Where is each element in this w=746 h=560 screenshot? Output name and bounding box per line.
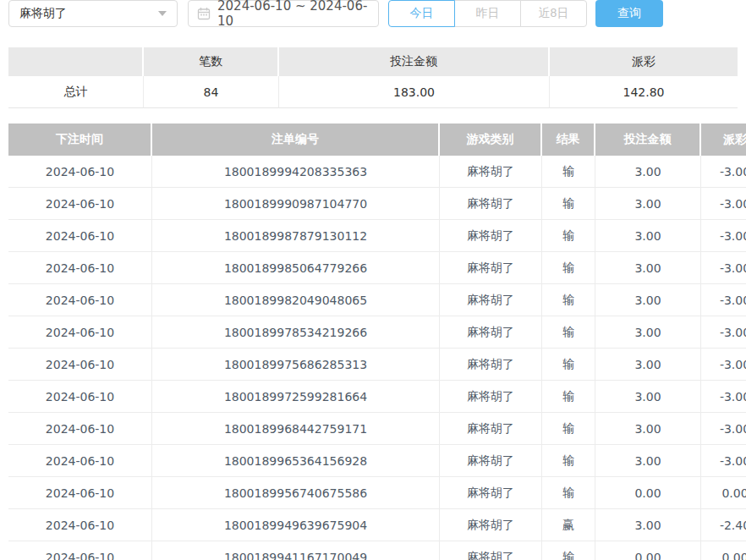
- quick-range-group: 今日 昨日 近8日: [388, 0, 587, 27]
- summary-header-bet-amount: 投注金额: [279, 47, 550, 76]
- table-row: 2024-06-10 1800189994208335363 麻将胡了 输 3.…: [8, 156, 746, 188]
- cell-game-type: 麻将胡了: [440, 349, 542, 381]
- cell-bet-time: 2024-06-10: [8, 413, 152, 445]
- cell-result: 输: [542, 381, 595, 413]
- game-select-value: 麻将胡了: [19, 6, 67, 21]
- tab-yesterday[interactable]: 昨日: [454, 0, 521, 27]
- date-range-value: 2024-06-10 ~ 2024-06-10: [217, 0, 370, 29]
- cell-payout: -2.40: [701, 509, 746, 541]
- table-row: 2024-06-10 1800189987879130112 麻将胡了 输 3.…: [8, 220, 746, 252]
- cell-bet-id: 1800189956740675586: [152, 477, 440, 509]
- cell-result: 输: [542, 541, 595, 560]
- header-bet-id: 注单编号: [152, 124, 440, 156]
- cell-result: 输: [542, 156, 595, 188]
- cell-bet-id: 1800189985064779266: [152, 252, 440, 284]
- cell-bet-id: 1800189987879130112: [152, 220, 440, 252]
- header-bet-time: 下注时间: [8, 124, 152, 156]
- table-row: 2024-06-10 1800189982049048065 麻将胡了 输 3.…: [8, 284, 746, 316]
- cell-game-type: 麻将胡了: [440, 509, 542, 541]
- bet-table-body: 2024-06-10 1800189994208335363 麻将胡了 输 3.…: [8, 156, 746, 560]
- summary-header-payout: 派彩: [550, 47, 738, 76]
- query-button[interactable]: 查询: [595, 0, 663, 27]
- cell-result: 输: [542, 477, 595, 509]
- tab-last-8-days[interactable]: 近8日: [520, 0, 587, 27]
- cell-bet-time: 2024-06-10: [8, 316, 152, 349]
- cell-payout: -3.00: [701, 381, 746, 413]
- calendar-icon: [197, 7, 211, 20]
- cell-bet-id: 1800189990987104770: [152, 188, 440, 220]
- tab-today[interactable]: 今日: [388, 0, 455, 27]
- summary-total-row: 总计 84 183.00 142.80: [8, 76, 738, 108]
- cell-payout: 0.00: [701, 541, 746, 560]
- cell-bet-time: 2024-06-10: [8, 541, 152, 560]
- header-bet-amount: 投注金额: [595, 124, 701, 156]
- cell-bet-amount: 3.00: [595, 284, 701, 316]
- cell-bet-id: 1800189972599281664: [152, 381, 440, 413]
- cell-game-type: 麻将胡了: [440, 413, 542, 445]
- table-row: 2024-06-10 1800189965364156928 麻将胡了 输 3.…: [8, 445, 746, 477]
- cell-payout: -3.00: [701, 445, 746, 477]
- summary-total-payout: 142.80: [550, 76, 738, 108]
- cell-game-type: 麻将胡了: [440, 284, 542, 316]
- table-row: 2024-06-10 1800189975686285313 麻将胡了 输 3.…: [8, 349, 746, 381]
- bet-table-header: 下注时间 注单编号 游戏类别 结果 投注金额 派彩: [8, 124, 746, 156]
- cell-payout: -3.00: [701, 413, 746, 445]
- cell-bet-time: 2024-06-10: [8, 188, 152, 220]
- cell-game-type: 麻将胡了: [440, 188, 542, 220]
- cell-bet-time: 2024-06-10: [8, 477, 152, 509]
- summary-header-count: 笔数: [144, 47, 279, 76]
- table-row: 2024-06-10 1800189949639675904 麻将胡了 赢 3.…: [8, 509, 746, 541]
- cell-bet-id: 1800189949639675904: [152, 509, 440, 541]
- cell-bet-time: 2024-06-10: [8, 156, 152, 188]
- table-row: 2024-06-10 1800189985064779266 麻将胡了 输 3.…: [8, 252, 746, 284]
- cell-result: 输: [542, 316, 595, 349]
- cell-bet-amount: 3.00: [595, 413, 701, 445]
- game-select[interactable]: 麻将胡了: [8, 0, 178, 27]
- cell-payout: -3.00: [701, 349, 746, 381]
- cell-bet-amount: 3.00: [595, 349, 701, 381]
- cell-game-type: 麻将胡了: [440, 445, 542, 477]
- header-payout: 派彩: [701, 124, 746, 156]
- cell-bet-amount: 3.00: [595, 316, 701, 349]
- chevron-down-icon: [158, 11, 167, 16]
- cell-result: 输: [542, 284, 595, 316]
- summary-total-label: 总计: [8, 76, 144, 108]
- table-row: 2024-06-10 1800189941167170049 麻将胡了 输 0.…: [8, 541, 746, 560]
- table-row: 2024-06-10 1800189956740675586 麻将胡了 输 0.…: [8, 477, 746, 509]
- table-row: 2024-06-10 1800189978534219266 麻将胡了 输 3.…: [8, 316, 746, 349]
- table-row: 2024-06-10 1800189968442759171 麻将胡了 输 3.…: [8, 413, 746, 445]
- cell-bet-time: 2024-06-10: [8, 381, 152, 413]
- cell-bet-time: 2024-06-10: [8, 349, 152, 381]
- date-range-picker[interactable]: 2024-06-10 ~ 2024-06-10: [188, 0, 379, 27]
- cell-bet-amount: 3.00: [595, 188, 701, 220]
- cell-payout: -3.00: [701, 220, 746, 252]
- cell-bet-id: 1800189941167170049: [152, 541, 440, 560]
- cell-bet-amount: 3.00: [595, 252, 701, 284]
- cell-result: 输: [542, 252, 595, 284]
- cell-result: 赢: [542, 509, 595, 541]
- cell-bet-time: 2024-06-10: [8, 509, 152, 541]
- cell-bet-time: 2024-06-10: [8, 252, 152, 284]
- toolbar: 麻将胡了 2024-06-10 ~ 2024-06-10 今日 昨日 近8日 查…: [0, 0, 746, 27]
- summary-header-row: 笔数 投注金额 派彩: [8, 47, 738, 76]
- cell-game-type: 麻将胡了: [440, 156, 542, 188]
- cell-payout: -3.00: [701, 284, 746, 316]
- cell-bet-amount: 3.00: [595, 509, 701, 541]
- cell-bet-id: 1800189965364156928: [152, 445, 440, 477]
- cell-payout: -3.00: [701, 188, 746, 220]
- cell-bet-amount: 0.00: [595, 541, 701, 560]
- cell-payout: -3.00: [701, 156, 746, 188]
- cell-bet-id: 1800189982049048065: [152, 284, 440, 316]
- table-row: 2024-06-10 1800189990987104770 麻将胡了 输 3.…: [8, 188, 746, 220]
- cell-payout: -3.00: [701, 316, 746, 349]
- cell-bet-amount: 3.00: [595, 220, 701, 252]
- cell-bet-amount: 0.00: [595, 477, 701, 509]
- bet-records-table: 下注时间 注单编号 游戏类别 结果 投注金额 派彩 2024-06-10 180…: [8, 124, 746, 560]
- cell-result: 输: [542, 220, 595, 252]
- cell-bet-time: 2024-06-10: [8, 284, 152, 316]
- cell-payout: -3.00: [701, 252, 746, 284]
- summary-total-count: 84: [144, 76, 279, 108]
- cell-bet-id: 1800189968442759171: [152, 413, 440, 445]
- cell-game-type: 麻将胡了: [440, 316, 542, 349]
- cell-bet-amount: 3.00: [595, 445, 701, 477]
